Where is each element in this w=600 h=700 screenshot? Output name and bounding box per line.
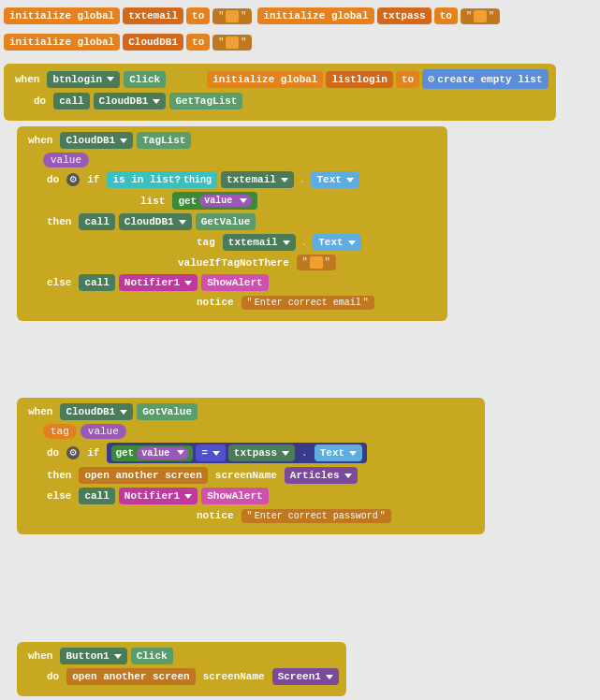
call-label: call xyxy=(53,93,89,109)
block3-pills-row: tag value xyxy=(43,424,477,439)
txtemail2-dd[interactable] xyxy=(283,241,290,245)
init-clouddb-row: initialize global CloudDB1 to " " xyxy=(4,34,252,51)
equals-block: = xyxy=(196,445,226,461)
listlogin-var: listlogin xyxy=(326,71,392,88)
block1-do-row: do call CloudDB1 GetTagList xyxy=(30,93,549,109)
gettaglist-method: GetTagList xyxy=(169,93,242,109)
create-empty-list: ⚙ create empty list xyxy=(422,69,548,89)
gear-icon-if: ⚙ xyxy=(66,173,80,186)
clouddb-getvalue-dd[interactable] xyxy=(179,220,186,225)
screen1-block: Screen1 xyxy=(272,668,339,685)
block2-notice-row: notice " Enter correct email " xyxy=(193,295,440,310)
block2-valuethere-row: valueIfTagNotThere " " xyxy=(174,255,440,270)
txtemail-dd[interactable] xyxy=(281,178,288,182)
text2-dd[interactable] xyxy=(348,241,356,245)
articles-screen: Articles xyxy=(285,467,358,484)
btnlogin-block: btnlogin xyxy=(47,71,120,88)
notifier1-block: Notifier1 xyxy=(119,274,198,291)
articles-dd[interactable] xyxy=(344,474,352,478)
block4-do-row: do open another screen screenName Screen… xyxy=(43,668,339,685)
text-prop1: Text xyxy=(311,171,359,188)
button1-dd[interactable] xyxy=(114,654,122,659)
block2-value-row: value xyxy=(43,153,440,168)
text3-dd[interactable] xyxy=(349,451,357,456)
init2-to: to xyxy=(434,7,458,24)
block1-when-row: when btnlogin Click initialize global li… xyxy=(11,69,549,89)
init-txtemail-label: initialize global xyxy=(4,7,120,24)
block1-container: when btnlogin Click initialize global li… xyxy=(4,64,556,121)
value-inline: value xyxy=(199,195,252,207)
txtemail-text-tag: txtemail . Text xyxy=(223,234,361,251)
notifier2-block: Notifier1 xyxy=(119,488,198,504)
value2-dd[interactable] xyxy=(177,450,184,455)
top-init-row1: initialize global txtemail to " " initia… xyxy=(4,7,500,24)
init-listlogin: initialize global listlogin to ⚙ create … xyxy=(207,69,548,89)
init1-to: to xyxy=(186,7,210,24)
gear-icon-if2: ⚙ xyxy=(66,446,80,459)
getvalue-method: GetValue xyxy=(196,213,256,230)
txtpass-val: " " xyxy=(461,8,500,24)
block4: when Button1 Click do open another scree… xyxy=(17,642,346,696)
text-prop2: Text xyxy=(313,234,360,251)
listlogin-to: to xyxy=(396,71,419,88)
block3-else-row: else call Notifier1 ShowAlert xyxy=(43,488,477,504)
notifier1-dd[interactable] xyxy=(184,281,192,285)
init2-to: to xyxy=(186,34,210,51)
clouddb1-gettaglist: CloudDB1 xyxy=(94,93,167,109)
txtemail-comp2: txtemail xyxy=(223,234,296,251)
tag-pill: tag xyxy=(43,424,77,439)
block3-when-row: when CloudDB1 GotValue xyxy=(24,403,477,420)
block3-then-row: then open another screen screenName Arti… xyxy=(43,467,477,484)
block2-tag-row: tag txtemail . Text xyxy=(193,234,440,251)
value-pill2: value xyxy=(80,424,126,439)
init-listlogin-label: initialize global xyxy=(207,71,323,88)
is-in-list-block: is in list? thing xyxy=(107,171,217,188)
notifier2-dd[interactable] xyxy=(184,494,192,499)
call-label2: call xyxy=(79,213,114,230)
text-prop3: Text xyxy=(315,445,362,461)
text-prop1-dd[interactable] xyxy=(346,178,354,182)
block2: when CloudDB1 TagList value do ⚙ if is i… xyxy=(17,126,447,321)
click-event: Click xyxy=(124,71,166,88)
block4-when-row: when Button1 Click xyxy=(24,648,339,664)
clouddb-val: " " xyxy=(212,35,252,51)
block2-else-row: else call Notifier1 ShowAlert xyxy=(43,274,440,291)
init-txtpass-label: initialize global xyxy=(257,7,373,24)
button1-click-event: Click xyxy=(131,648,173,664)
block3-notice-row: notice " Enter correct password " xyxy=(193,508,477,523)
password-notice-val: " Enter correct password " xyxy=(241,509,391,523)
block3: when CloudDB1 GotValue tag value do ⚙ if xyxy=(17,398,485,534)
value-inline2: value xyxy=(137,447,189,459)
value-dd[interactable] xyxy=(240,198,247,203)
block4-container: when Button1 Click do open another scree… xyxy=(17,642,346,696)
clouddb1-gotvalue-dd[interactable] xyxy=(120,410,127,415)
call-label4: call xyxy=(79,488,114,504)
txtpass-dd[interactable] xyxy=(282,451,289,456)
clouddb1-dropdown[interactable] xyxy=(153,99,160,104)
txtpass-comp: txtpass xyxy=(228,445,295,461)
txtemail-comp: txtemail xyxy=(221,171,294,188)
gotvalue-event: GotValue xyxy=(137,403,198,420)
block2-do-row: do ⚙ if is in list? thing txtemail . Tex… xyxy=(43,171,440,188)
clouddb1-getvalue: CloudDB1 xyxy=(119,213,192,230)
block1: when btnlogin Click initialize global li… xyxy=(4,64,556,121)
open-screen-block2: open another screen xyxy=(66,668,195,685)
showalert-method2: ShowAlert xyxy=(201,488,268,504)
get-value-block2: get value xyxy=(111,445,193,461)
clouddb1-taglist-dropdown[interactable] xyxy=(120,139,127,143)
taglist-event: TagList xyxy=(137,132,191,149)
screen1-dd[interactable] xyxy=(326,675,333,679)
txtpass-var: txtpass xyxy=(377,7,432,24)
btnlogin-dropdown[interactable] xyxy=(107,77,114,81)
block3-container: when CloudDB1 GotValue tag value do ⚙ if xyxy=(17,398,485,534)
txtemail-text-val: txtemail . Text xyxy=(221,171,359,188)
get-value-block: get value xyxy=(172,192,257,210)
open-screen-block: open another screen xyxy=(79,467,207,484)
eq-dd[interactable] xyxy=(212,451,220,456)
init-txtpass-block: initialize global txtpass to " " xyxy=(257,7,500,24)
notice-val: " Enter correct email " xyxy=(241,296,374,310)
empty-string-val: " " xyxy=(297,255,336,270)
block3-do-row: do ⚙ if get value = txtpass xyxy=(43,443,477,463)
clouddb-var: CloudDB1 xyxy=(123,34,183,51)
init-clouddb-label: initialize global xyxy=(4,34,120,51)
